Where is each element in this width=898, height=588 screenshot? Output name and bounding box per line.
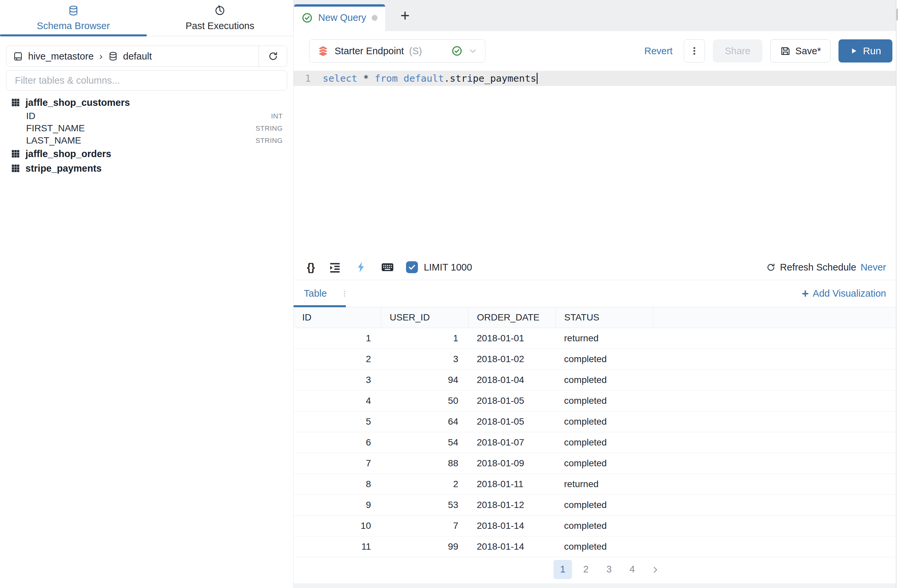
table-cell: 4 [294, 390, 381, 411]
table-row[interactable]: 112018-01-01returned [294, 328, 898, 349]
schema-table-item[interactable]: stripe_payments [11, 161, 283, 175]
table-cell: 2018-01-11 [468, 474, 555, 494]
column-header[interactable]: ID [294, 307, 381, 328]
filter-tables-input[interactable] [6, 70, 287, 91]
run-button[interactable]: Run [838, 39, 892, 63]
table-row[interactable]: 5642018-01-05completed [294, 411, 898, 432]
sql-editor[interactable]: 1 select * from default.stripe_payments [294, 71, 898, 255]
sql-token [398, 73, 403, 84]
table-cell: returned [555, 474, 653, 494]
schema-breadcrumb-box: hive_metastore › default [6, 46, 287, 67]
line-number: 1 [294, 73, 311, 84]
table-row[interactable]: 6542018-01-07completed [294, 432, 898, 453]
table-cell: 50 [381, 390, 468, 411]
table-cell: completed [555, 411, 653, 432]
indent-icon[interactable] [329, 261, 341, 274]
refresh-schema-button[interactable] [258, 46, 287, 66]
table-row[interactable]: 3942018-01-04completed [294, 369, 898, 390]
breadcrumb-separator: › [98, 51, 103, 62]
sidebar-tab-label: Schema Browser [37, 20, 110, 31]
limit-toggle[interactable]: LIMIT 1000 [406, 261, 472, 273]
query-tabstrip: New Query + [294, 0, 898, 31]
schema-table-item[interactable]: jaffle_shop_orders [11, 146, 283, 161]
table-row[interactable]: 11992018-01-14completed [294, 536, 898, 557]
scrollbar-thumb[interactable] [896, 9, 898, 20]
table-row[interactable]: 232018-01-02completed [294, 349, 898, 369]
sidebar-tab-label: Past Executions [186, 20, 254, 31]
unsaved-indicator-dot [372, 15, 378, 21]
main-panel: New Query + Starter Endpoint (S) [294, 0, 898, 588]
table-name: jaffle_shop_orders [25, 148, 111, 159]
sql-token [357, 73, 363, 84]
table-row[interactable]: 9532018-01-12completed [294, 494, 898, 515]
query-tab-new-query[interactable]: New Query [294, 4, 385, 31]
column-header[interactable]: ORDER_DATE [468, 307, 555, 328]
page-button[interactable]: 3 [600, 560, 618, 579]
run-label: Run [863, 45, 881, 57]
sql-editor-line[interactable]: 1 select * from default.stripe_payments [294, 71, 898, 86]
tab-past-executions[interactable]: Past Executions [147, 0, 294, 36]
table-cell-filler [653, 536, 898, 557]
column-header[interactable]: USER_ID [381, 307, 468, 328]
refresh-schedule-label: Refresh Schedule [780, 262, 856, 273]
column-name: FIRST_NAME [26, 123, 85, 134]
schema-column-item[interactable]: FIRST_NAMESTRING [11, 122, 283, 134]
table-cell: 9 [294, 494, 381, 515]
table-row[interactable]: 1072018-01-14completed [294, 515, 898, 536]
add-tab-button[interactable]: + [400, 8, 410, 23]
keyboard-shortcuts-icon[interactable] [381, 260, 394, 274]
schema-table-item[interactable]: jaffle_shop_customers [11, 95, 283, 110]
tab-schema-browser[interactable]: Schema Browser [0, 0, 147, 36]
table-row[interactable]: 7882018-01-09completed [294, 453, 898, 474]
breadcrumb[interactable]: hive_metastore › default [6, 51, 258, 62]
endpoint-size: (S) [409, 46, 422, 57]
results-table: IDUSER_IDORDER_DATESTATUS 112018-01-01re… [294, 307, 898, 557]
table-cell: completed [555, 432, 653, 453]
table-cell: 7 [381, 515, 468, 536]
editor-footer-toolbar: {} [294, 255, 898, 280]
sql-code: select * from default.stripe_payments [323, 73, 536, 84]
schema-column-item[interactable]: IDINT [11, 110, 283, 122]
catalog-icon [13, 51, 23, 62]
page-button[interactable]: 4 [623, 560, 641, 579]
refresh-schedule-value[interactable]: Never [861, 262, 886, 273]
table-row[interactable]: 4502018-01-05completed [294, 390, 898, 411]
share-button[interactable]: Share [713, 39, 762, 63]
save-button[interactable]: Save* [770, 39, 830, 63]
table-row[interactable]: 822018-01-11returned [294, 474, 898, 494]
add-visualization-button[interactable]: + Add Visualization [802, 288, 886, 300]
sql-token: select [323, 73, 357, 84]
horizontal-scroll-track[interactable] [294, 583, 898, 588]
limit-checkbox[interactable] [406, 261, 418, 273]
breadcrumb-schema[interactable]: default [123, 51, 152, 62]
lightning-icon[interactable] [355, 261, 367, 273]
results-panel: IDUSER_IDORDER_DATESTATUS 112018-01-01re… [294, 307, 898, 583]
table-cell-filler [653, 349, 898, 369]
refresh-icon [268, 51, 278, 62]
table-icon [11, 163, 20, 173]
table-cell-filler [653, 390, 898, 411]
revert-button[interactable]: Revert [644, 46, 672, 57]
table-cell: 2018-01-14 [468, 515, 555, 536]
format-query-icon[interactable]: {} [307, 261, 315, 274]
breadcrumb-catalog[interactable]: hive_metastore [28, 51, 94, 62]
table-cell: 2018-01-05 [468, 411, 555, 432]
more-options-button[interactable] [684, 39, 705, 63]
endpoint-selector[interactable]: Starter Endpoint (S) [309, 39, 485, 63]
visualization-kebab-icon[interactable] [341, 290, 349, 298]
page-button[interactable]: 2 [577, 560, 595, 579]
table-icon [11, 149, 20, 159]
schema-list: jaffle_shop_customersIDINTFIRST_NAMESTRI… [0, 91, 293, 175]
save-icon [780, 46, 791, 57]
pagination: 1234 [307, 560, 898, 579]
tab-table-visualization[interactable]: Table [304, 288, 327, 299]
schema-column-item[interactable]: LAST_NAMESTRING [11, 134, 283, 146]
column-header[interactable]: STATUS [555, 307, 653, 328]
next-page-button[interactable] [646, 560, 664, 579]
vertical-scrollbar[interactable] [896, 0, 898, 588]
add-visualization-label: Add Visualization [813, 288, 886, 299]
text-cursor [537, 73, 538, 84]
table-cell: 3 [294, 369, 381, 390]
sidebar-tabs: Schema Browser Past Executions [0, 0, 293, 36]
page-button[interactable]: 1 [554, 560, 572, 579]
